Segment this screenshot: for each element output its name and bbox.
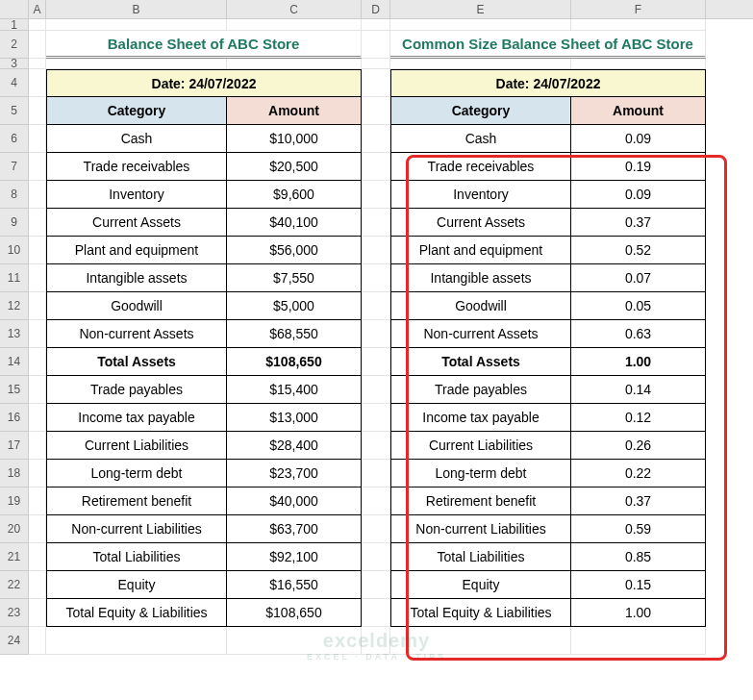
cell-blank[interactable]: [29, 460, 46, 488]
cell-blank[interactable]: [227, 59, 362, 69]
row-header-24[interactable]: 24: [0, 627, 29, 655]
right-cat-12[interactable]: Long-term debt: [390, 460, 571, 488]
left-cat-0[interactable]: Cash: [46, 125, 227, 153]
row-header-15[interactable]: 15: [0, 376, 29, 404]
cell-blank[interactable]: [46, 627, 227, 655]
right-cat-1[interactable]: Trade receivables: [390, 153, 571, 181]
left-cat-12[interactable]: Long-term debt: [46, 460, 227, 488]
right-amt-5[interactable]: 0.07: [571, 264, 706, 292]
cell-blank[interactable]: [362, 348, 390, 376]
cell-blank[interactable]: [362, 125, 390, 153]
right-amt-3[interactable]: 0.37: [571, 209, 706, 237]
cell-blank[interactable]: [362, 59, 390, 69]
row-header-10[interactable]: 10: [0, 237, 29, 264]
cell-blank[interactable]: [362, 571, 390, 599]
cell-blank[interactable]: [362, 19, 390, 31]
cell-blank[interactable]: [362, 292, 390, 320]
left-amt-15[interactable]: $92,100: [227, 543, 362, 571]
cell-blank[interactable]: [29, 404, 46, 432]
right-amt-1[interactable]: 0.19: [571, 153, 706, 181]
left-cat-8[interactable]: Total Assets: [46, 348, 227, 376]
cell-blank[interactable]: [29, 59, 46, 69]
left-cat-15[interactable]: Total Liabilities: [46, 543, 227, 571]
cell-blank[interactable]: [362, 320, 390, 348]
right-cat-10[interactable]: Income tax payable: [390, 404, 571, 432]
cell-blank[interactable]: [29, 432, 46, 460]
left-amt-4[interactable]: $56,000: [227, 237, 362, 264]
cell-blank[interactable]: [29, 97, 46, 125]
right-cat-16[interactable]: Equity: [390, 571, 571, 599]
cell-blank[interactable]: [571, 19, 706, 31]
cell-blank[interactable]: [362, 153, 390, 181]
row-header-18[interactable]: 18: [0, 460, 29, 488]
row-header-7[interactable]: 7: [0, 153, 29, 181]
cell-blank[interactable]: [29, 264, 46, 292]
col-header-C[interactable]: C: [227, 0, 362, 18]
left-cat-2[interactable]: Inventory: [46, 181, 227, 209]
left-cat-17[interactable]: Total Equity & Liabilities: [46, 599, 227, 627]
right-date[interactable]: Date: 24/07/2022: [390, 69, 706, 97]
cell-blank[interactable]: [29, 543, 46, 571]
left-amt-12[interactable]: $23,700: [227, 460, 362, 488]
col-header-D[interactable]: D: [362, 0, 390, 18]
right-amt-4[interactable]: 0.52: [571, 237, 706, 264]
right-cat-0[interactable]: Cash: [390, 125, 571, 153]
right-amt-12[interactable]: 0.22: [571, 460, 706, 488]
cell-blank[interactable]: [29, 209, 46, 237]
left-cat-3[interactable]: Current Assets: [46, 209, 227, 237]
cell-blank[interactable]: [29, 348, 46, 376]
cell-blank[interactable]: [29, 376, 46, 404]
row-header-6[interactable]: 6: [0, 125, 29, 153]
cell-blank[interactable]: [227, 627, 362, 655]
row-header-2[interactable]: 2: [0, 31, 29, 59]
right-amt-15[interactable]: 0.85: [571, 543, 706, 571]
right-amt-0[interactable]: 0.09: [571, 125, 706, 153]
left-cat-11[interactable]: Current Liabilities: [46, 432, 227, 460]
cell-blank[interactable]: [362, 599, 390, 627]
left-cat-13[interactable]: Retirement benefit: [46, 488, 227, 515]
right-amt-header[interactable]: Amount: [571, 97, 706, 125]
cell-blank[interactable]: [29, 69, 46, 97]
right-cat-17[interactable]: Total Equity & Liabilities: [390, 599, 571, 627]
left-amt-header[interactable]: Amount: [227, 97, 362, 125]
cell-blank[interactable]: [362, 460, 390, 488]
right-amt-7[interactable]: 0.63: [571, 320, 706, 348]
row-header-4[interactable]: 4: [0, 69, 29, 97]
row-header-5[interactable]: 5: [0, 97, 29, 125]
right-amt-14[interactable]: 0.59: [571, 515, 706, 543]
left-cat-header[interactable]: Category: [46, 97, 227, 125]
cell-blank[interactable]: [29, 153, 46, 181]
left-amt-8[interactable]: $108,650: [227, 348, 362, 376]
right-cat-13[interactable]: Retirement benefit: [390, 488, 571, 515]
left-cat-7[interactable]: Non-current Assets: [46, 320, 227, 348]
cell-blank[interactable]: [362, 404, 390, 432]
right-amt-9[interactable]: 0.14: [571, 376, 706, 404]
right-amt-16[interactable]: 0.15: [571, 571, 706, 599]
left-amt-1[interactable]: $20,500: [227, 153, 362, 181]
left-cat-14[interactable]: Non-current Liabilities: [46, 515, 227, 543]
right-amt-10[interactable]: 0.12: [571, 404, 706, 432]
cell-blank[interactable]: [46, 59, 227, 69]
left-cat-4[interactable]: Plant and equipment: [46, 237, 227, 264]
row-header-12[interactable]: 12: [0, 292, 29, 320]
cell-blank[interactable]: [362, 543, 390, 571]
right-amt-11[interactable]: 0.26: [571, 432, 706, 460]
cell-blank[interactable]: [390, 59, 571, 69]
col-header-A[interactable]: A: [29, 0, 46, 18]
row-header-11[interactable]: 11: [0, 264, 29, 292]
right-amt-17[interactable]: 1.00: [571, 599, 706, 627]
row-header-20[interactable]: 20: [0, 515, 29, 543]
right-cat-6[interactable]: Goodwill: [390, 292, 571, 320]
col-header-B[interactable]: B: [46, 0, 227, 18]
left-cat-5[interactable]: Intangible assets: [46, 264, 227, 292]
cell-blank[interactable]: [362, 515, 390, 543]
cell-blank[interactable]: [390, 19, 571, 31]
cell-blank[interactable]: [362, 209, 390, 237]
cell-blank[interactable]: [571, 59, 706, 69]
cell-blank[interactable]: [29, 31, 46, 59]
left-amt-14[interactable]: $63,700: [227, 515, 362, 543]
cell-blank[interactable]: [362, 97, 390, 125]
left-title[interactable]: Balance Sheet of ABC Store: [46, 31, 362, 59]
left-amt-7[interactable]: $68,550: [227, 320, 362, 348]
left-amt-6[interactable]: $5,000: [227, 292, 362, 320]
